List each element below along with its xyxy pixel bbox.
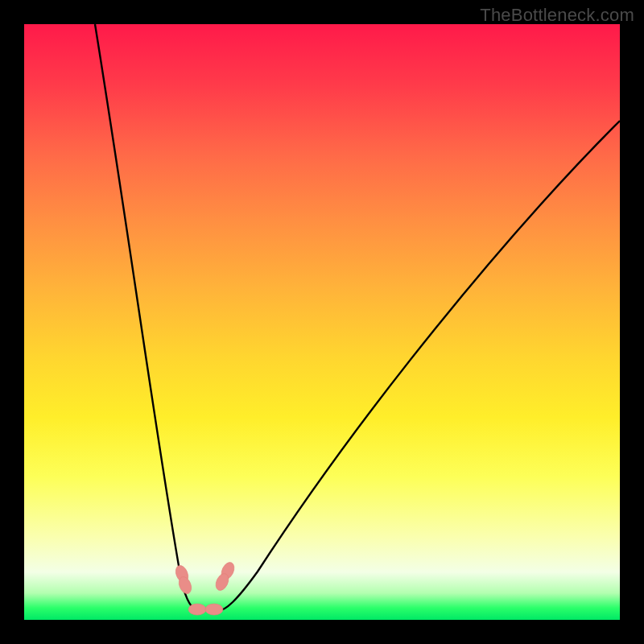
curve-right	[217, 121, 620, 611]
chart-svg	[24, 24, 620, 620]
curve-left	[95, 24, 200, 611]
curve-marker	[188, 604, 206, 615]
chart-area	[24, 24, 620, 620]
watermark-text: TheBottleneck.com	[480, 5, 634, 26]
curve-marker	[205, 604, 223, 615]
